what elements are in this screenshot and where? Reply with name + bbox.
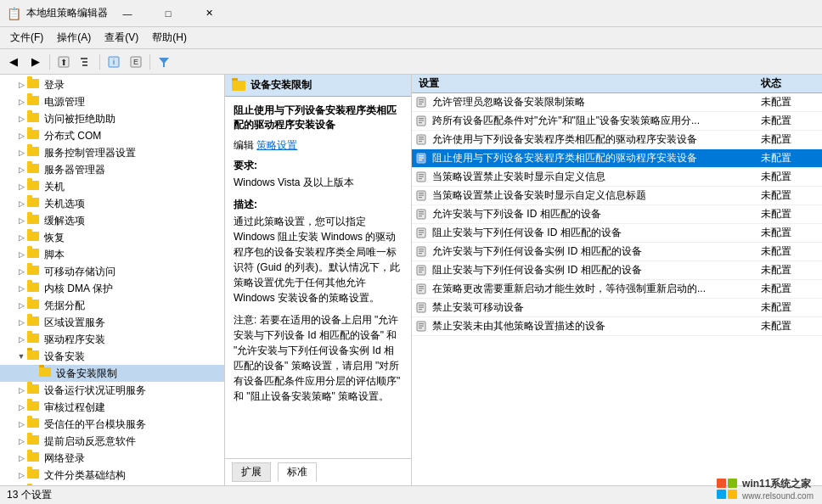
properties-button[interactable]: i <box>104 52 124 72</box>
close-button[interactable]: ✕ <box>189 3 228 25</box>
policy-icon <box>412 153 429 164</box>
tree-item-shutdown-opts[interactable]: ▷ 关机选项 <box>0 195 224 212</box>
svg-rect-56 <box>419 307 424 308</box>
svg-text:⬆: ⬆ <box>60 58 67 67</box>
col-setting-header: 设置 <box>412 75 754 92</box>
table-row[interactable]: 阻止安装与下列任何设备实例 ID 相匹配的设备未配置 <box>412 261 822 280</box>
tree-item-tpm[interactable]: ▷ 受信任的平台模块服务 <box>0 416 224 433</box>
folder-icon <box>27 215 41 227</box>
tree-item-cred[interactable]: ▷ 凭据分配 <box>0 297 224 314</box>
expand-tab[interactable]: 扩展 <box>232 462 271 482</box>
expand-icon: ▷ <box>15 386 27 395</box>
tree-item-login[interactable]: ▷ 登录 <box>0 76 224 93</box>
table-row[interactable]: 在策略更改需要重新启动才能生效时，等待强制重新启动的...未配置 <box>412 280 822 299</box>
tree-item-dma[interactable]: ▷ 内核 DMA 保护 <box>0 280 224 297</box>
row-text: 禁止安装可移动设备 <box>429 299 754 316</box>
extend-button[interactable]: E <box>126 52 146 72</box>
svg-rect-13 <box>419 104 422 104</box>
middle-panel: 设备安装限制 阻止使用与下列设备安装程序类相匹配的驱动程序安装设备 编辑 策略设… <box>225 75 412 485</box>
expand-icon: ▷ <box>15 81 27 89</box>
right-panel-header: 设置 状态 <box>412 75 822 93</box>
table-row[interactable]: 允许安装与下列设备 ID 相匹配的设备未配置 <box>412 205 822 224</box>
back-button[interactable]: ◀ <box>3 52 24 72</box>
folder-icon <box>27 418 41 430</box>
up-button[interactable]: ⬆ <box>53 52 74 72</box>
row-text: 允许安装与下列任何设备实例 ID 相匹配的设备 <box>429 243 754 260</box>
tree-item-health[interactable]: ▷ 设备运行状况证明服务 <box>0 382 224 399</box>
toolbar: ◀ ▶ ⬆ i E <box>0 49 822 75</box>
tree-item-audit[interactable]: ▷ 审核过程创建 <box>0 399 224 416</box>
table-row[interactable]: 允许安装与下列任何设备实例 ID 相匹配的设备未配置 <box>412 243 822 261</box>
expand-icon: ▷ <box>15 233 27 242</box>
tree-item-scripts[interactable]: ▷ 脚本 <box>0 246 224 263</box>
table-row[interactable]: 当策略设置禁止安装时显示自定义信息未配置 <box>412 168 822 187</box>
tree-item-file-share[interactable]: ▷ 文件共享访问列表组织设置 <box>0 484 224 485</box>
folder-icon <box>27 147 41 159</box>
menu-file[interactable]: 文件(F) <box>3 29 50 47</box>
table-row[interactable]: 禁止安装未由其他策略设置描述的设备未配置 <box>412 317 822 336</box>
table-row[interactable]: 禁止安装可移动设备未配置 <box>412 299 822 317</box>
edit-policy-link[interactable]: 策略设置 <box>256 139 297 151</box>
table-row[interactable]: 允许使用与下列设备安装程序类相匹配的驱动程序安装设备未配置 <box>412 131 822 149</box>
menu-help[interactable]: 帮助(H) <box>145 29 194 47</box>
maximize-button[interactable]: □ <box>149 3 188 25</box>
folder-icon <box>27 333 41 345</box>
tree-item-netlogon[interactable]: ▷ 网络登录 <box>0 450 224 467</box>
tree-item-server-mgr[interactable]: ▷ 服务器管理器 <box>0 161 224 178</box>
expand-icon: ▷ <box>15 216 27 225</box>
table-row[interactable]: 当策略设置禁止设备安装时显示自定义信息标题未配置 <box>412 187 822 205</box>
menu-action[interactable]: 操作(A) <box>50 29 98 47</box>
table-row[interactable]: 阻止使用与下列设备安装程序类相匹配的驱动程序安装设备未配置 <box>412 149 822 168</box>
policy-icon <box>412 134 429 145</box>
tree-item-file-class[interactable]: ▷ 文件分类基础结构 <box>0 467 224 484</box>
row-status: 未配置 <box>754 187 822 204</box>
row-status: 未配置 <box>754 317 822 335</box>
table-row[interactable]: 允许管理员忽略设备安装限制策略未配置 <box>412 93 822 112</box>
svg-rect-24 <box>419 158 424 159</box>
expand-icon: ▷ <box>15 250 27 259</box>
middle-policy-title: 阻止使用与下列设备安装程序类相匹配的驱动程序安装设备 <box>234 104 403 132</box>
row-text: 阻止安装与下列任何设备 ID 相匹配的设备 <box>429 224 754 242</box>
expand-icon: ▷ <box>15 182 27 191</box>
minimize-button[interactable]: — <box>108 3 147 25</box>
svg-rect-20 <box>419 139 424 140</box>
tree-item-scm[interactable]: ▷ 服务控制管理器设置 <box>0 144 224 161</box>
tree-item-dcom[interactable]: ▷ 分布式 COM <box>0 127 224 144</box>
svg-rect-27 <box>419 174 424 175</box>
note-text: 注意: 若要在适用的设备上启用 "允许安装与下列设备 Id 相匹配的设备" 和 … <box>234 312 403 404</box>
tree-item-shutdown[interactable]: ▷ 关机 <box>0 178 224 195</box>
tree-item-power[interactable]: ▷ 电源管理 <box>0 93 224 110</box>
tree-item-access[interactable]: ▷ 访问被拒绝助助 <box>0 110 224 127</box>
folder-icon <box>27 249 41 260</box>
tree-item-mitigation[interactable]: ▷ 缓解选项 <box>0 212 224 229</box>
title-bar-icon: 📋 <box>7 7 21 20</box>
folder-icon <box>27 181 41 193</box>
tree-item-removable[interactable]: ▷ 可移动存储访问 <box>0 263 224 280</box>
table-row[interactable]: 跨所有设备匹配条件对"允许"和"阻止"设备安装策略应用分...未配置 <box>412 112 822 131</box>
tree-item-region[interactable]: ▷ 区域设置服务 <box>0 314 224 331</box>
table-row[interactable]: 阻止安装与下列任何设备 ID 相匹配的设备未配置 <box>412 224 822 243</box>
folder-icon <box>27 96 41 108</box>
tree-item-driver[interactable]: ▷ 驱动程序安装 <box>0 331 224 348</box>
menu-view[interactable]: 查看(V) <box>98 29 145 47</box>
tree-item-recovery[interactable]: ▷ 恢复 <box>0 229 224 246</box>
show-tree-button[interactable] <box>76 52 96 72</box>
row-status: 未配置 <box>754 93 822 111</box>
forward-button[interactable]: ▶ <box>25 52 46 72</box>
svg-rect-32 <box>419 195 424 196</box>
standard-tab[interactable]: 标准 <box>278 462 317 482</box>
svg-rect-51 <box>419 286 424 287</box>
expand-icon: ▷ <box>15 403 27 412</box>
tree-item-device-install[interactable]: ▼ 设备安装 <box>0 348 224 365</box>
tree-item-device-restrict[interactable]: 设备安装限制 <box>0 365 224 382</box>
folder-icon <box>27 198 41 210</box>
svg-text:i: i <box>113 58 115 66</box>
folder-icon <box>27 164 41 176</box>
svg-rect-17 <box>419 122 422 123</box>
row-text: 在策略更改需要重新启动才能生效时，等待强制重新启动的... <box>429 280 754 298</box>
row-text: 跨所有设备匹配条件对"允许"和"阻止"设备安装策略应用分... <box>429 112 754 130</box>
filter-button[interactable] <box>154 52 174 72</box>
svg-rect-49 <box>419 272 422 272</box>
tree-item-early-launch[interactable]: ▷ 提前启动反恶意软件 <box>0 433 224 450</box>
folder-icon <box>27 283 41 294</box>
